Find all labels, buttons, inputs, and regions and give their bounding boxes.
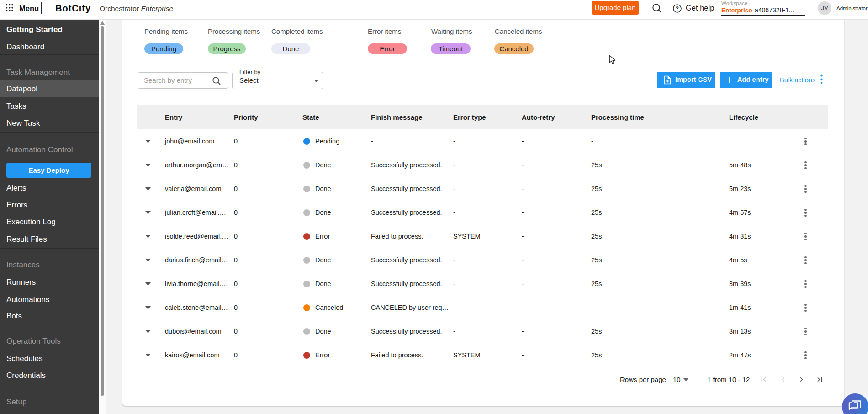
svg-text:?: ?	[676, 5, 679, 12]
